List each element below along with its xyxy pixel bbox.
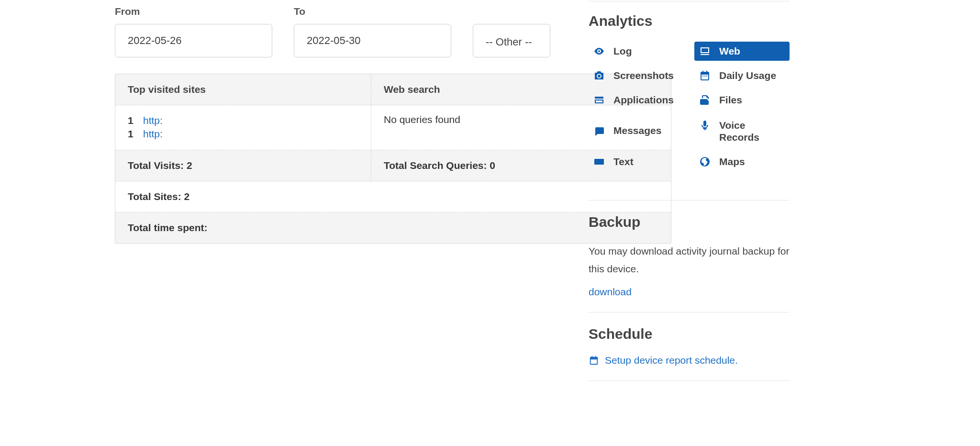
sites-cell: 1 http: 1 http: (115, 105, 371, 150)
nav-log[interactable]: Log (589, 42, 684, 61)
microphone-icon (699, 120, 711, 131)
site-link[interactable]: http: (143, 114, 163, 127)
nav-web[interactable]: Web (694, 42, 790, 61)
table-header-row: Top visited sites Web search (115, 74, 671, 105)
nav-daily-usage[interactable]: Daily Usage (694, 66, 790, 85)
analytics-section: Analytics Log Web (589, 13, 790, 201)
monitor-icon (699, 45, 711, 57)
download-link[interactable]: download (589, 286, 632, 297)
nav-label: Files (719, 94, 742, 106)
chat-icon (593, 125, 605, 137)
camera-icon (593, 70, 605, 81)
schedule-link-text: Setup device report schedule. (605, 355, 738, 366)
analytics-nav: Log Web Screenshots (589, 42, 790, 171)
calendar-icon (589, 355, 599, 366)
schedule-heading: Schedule (589, 326, 790, 342)
nav-label: Screenshots (613, 70, 674, 81)
applications-icon (593, 94, 605, 106)
divider (589, 1, 790, 1)
to-group: To (294, 6, 451, 57)
backup-text: You may download activity journal backup… (589, 243, 790, 278)
other-select[interactable]: -- Other -- (473, 24, 550, 57)
nav-label-wrap: Voice Records (719, 120, 759, 143)
backup-section: Backup You may download activity journal… (589, 214, 790, 313)
keyboard-icon (593, 156, 605, 167)
site-line: 1 http: (128, 127, 358, 141)
nav-label: Maps (719, 156, 745, 167)
nav-label: Messages (613, 125, 661, 136)
schedule-section: Schedule Setup device report schedule. (589, 326, 790, 381)
from-input[interactable] (115, 24, 272, 57)
nav-label: Applications (613, 94, 674, 106)
other-group: -- Other -- (473, 6, 550, 57)
col-header-sites: Top visited sites (115, 74, 371, 105)
nav-voice-records[interactable]: Voice Records (694, 115, 790, 146)
nav-label: Records (719, 132, 759, 143)
total-sites: Total Sites: 2 (115, 181, 671, 212)
from-label: From (115, 6, 272, 17)
eye-icon (593, 45, 605, 57)
total-visits: Total Visits: 2 (115, 150, 371, 181)
analytics-heading: Analytics (589, 13, 790, 29)
nav-messages[interactable]: Messages (589, 115, 684, 146)
nav-label: Web (719, 45, 740, 57)
table-body-row: 1 http: 1 http: No queries found (115, 105, 671, 150)
site-link[interactable]: http: (143, 127, 163, 141)
nav-label: Log (613, 45, 632, 57)
nav-label: Voice (719, 120, 759, 131)
nav-screenshots[interactable]: Screenshots (589, 66, 684, 85)
to-input[interactable] (294, 24, 451, 57)
files-icon (699, 94, 711, 106)
site-count: 1 (128, 114, 134, 127)
nav-maps[interactable]: Maps (694, 152, 790, 171)
nav-label: Text (613, 156, 634, 167)
nav-text[interactable]: Text (589, 152, 684, 171)
nav-label: Daily Usage (719, 70, 776, 81)
filter-row: From To -- Other -- (115, 6, 550, 57)
summary-row-1: Total Visits: 2 Total Search Queries: 0 (115, 150, 671, 181)
globe-icon (699, 156, 711, 167)
total-time: Total time spent: (115, 212, 671, 243)
site-line: 1 http: (128, 114, 358, 127)
to-label: To (294, 6, 451, 17)
data-table: Top visited sites Web search 1 http: 1 h… (115, 74, 671, 244)
backup-heading: Backup (589, 214, 790, 230)
nav-applications[interactable]: Applications (589, 90, 684, 110)
nav-files[interactable]: Files (694, 90, 790, 110)
calendar-icon (699, 70, 711, 81)
site-count: 1 (128, 127, 134, 141)
schedule-link[interactable]: Setup device report schedule. (589, 355, 790, 366)
sidebar: Analytics Log Web (589, 0, 790, 394)
from-group: From (115, 6, 272, 57)
